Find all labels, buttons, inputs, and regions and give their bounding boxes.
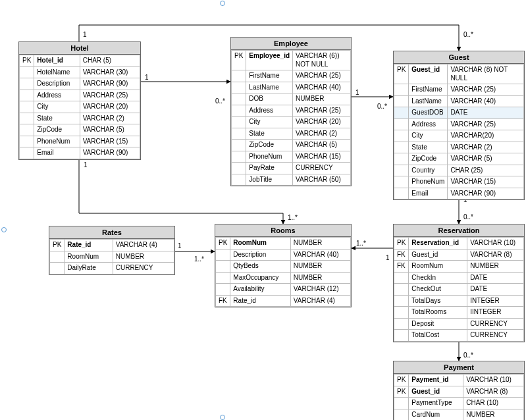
attr-name: ZipCode	[409, 153, 448, 165]
attr-type: IINTEGER	[467, 307, 524, 319]
attr-key	[232, 93, 246, 105]
attr-type: VARCHAR (90)	[80, 147, 140, 159]
attr-type: NUMBER	[290, 261, 350, 273]
attr-row: PKPayment_idVARCHAR (10)	[394, 375, 524, 386]
entity-attrs: PKHotel_idCHAR (5)HotelNameVARCHAR (30)D…	[19, 55, 140, 159]
attr-name: City	[246, 117, 293, 128]
attr-type: VARCHAR (15)	[80, 136, 140, 147]
entity-rooms[interactable]: Rooms PKRoomNumNUMBERDescriptionVARCHAR …	[215, 224, 352, 307]
attr-type: CURRENCY	[467, 318, 524, 330]
attr-name: Guest_id	[409, 249, 467, 261]
attr-type: CURRENCY	[293, 163, 351, 174]
attr-key	[394, 107, 409, 119]
attr-type: VARCHAR (40)	[448, 95, 524, 107]
cardinality-label: 1..*	[356, 240, 366, 247]
attr-name: FirstName	[409, 84, 448, 96]
entity-title: Employee	[231, 38, 351, 50]
attr-type: VARCHAR (6)) NOT NULL	[293, 51, 351, 70]
attr-type: VARCHAR (25)	[80, 90, 140, 101]
attr-name: State	[246, 128, 293, 140]
attr-key	[50, 251, 65, 263]
attr-name: Employee_id	[246, 51, 293, 70]
entity-attrs: PKPayment_idVARCHAR (10)PKGuest_idVARCHA…	[394, 374, 524, 420]
attr-key	[232, 163, 246, 174]
attr-row: RoomNumNUMBER	[50, 251, 174, 263]
attr-key	[20, 78, 34, 90]
attr-row: QtyBedsNUMBER	[216, 261, 351, 273]
attr-name: City	[409, 130, 448, 142]
page-handle-bottom[interactable]	[220, 415, 225, 420]
cardinality-label: 1	[178, 242, 182, 249]
attr-name: PhoneNum	[246, 151, 293, 163]
attr-row: GuestDOBDATE	[394, 107, 524, 119]
attr-key	[20, 136, 34, 147]
attr-row: CheckInDATE	[394, 272, 524, 284]
attr-name: LastName	[409, 95, 448, 107]
attr-name: ZipCode	[34, 124, 80, 136]
attr-type: VARCHAR (2)	[448, 142, 524, 153]
attr-row: CityVARCHAR (20)	[232, 117, 351, 128]
attr-row: PKEmployee_idVARCHAR (6)) NOT NULL	[232, 51, 351, 70]
attr-row: LastNameVARCHAR (40)	[394, 95, 524, 107]
page-handle-top[interactable]	[220, 1, 225, 6]
attr-name: Rate_id	[230, 295, 290, 307]
attr-key: PK	[20, 55, 34, 67]
attr-type: DATE	[467, 284, 524, 296]
attr-key	[394, 153, 409, 165]
attr-type: VARCHAR (8)	[467, 249, 524, 261]
attr-name: LastName	[246, 82, 293, 93]
attr-row: DOBNUMBER	[232, 93, 351, 105]
attr-name: PhoneNum	[409, 176, 448, 188]
attr-key	[394, 95, 409, 107]
attr-key	[394, 176, 409, 188]
attr-name: DailyRate	[65, 263, 113, 275]
attr-key: PK	[394, 65, 409, 84]
attr-name: Description	[230, 249, 290, 261]
attr-type: VARCHAR (10)	[463, 375, 524, 386]
attr-name: Payment_id	[409, 375, 463, 386]
entity-payment[interactable]: Payment PKPayment_idVARCHAR (10)PKGuest_…	[393, 361, 525, 420]
attr-row: PKRoomNumNUMBER	[216, 238, 351, 249]
attr-type: VARCHAR (40)	[290, 249, 350, 261]
attr-key	[394, 284, 409, 296]
attr-name: CheckOut	[409, 284, 467, 296]
attr-row: StateVARCHAR (2)	[232, 128, 351, 140]
attr-type: CHAR (10)	[463, 398, 524, 409]
attr-key	[216, 249, 230, 261]
attr-row: DescriptionVARCHAR (40)	[216, 249, 351, 261]
cardinality-label: 0..*	[377, 103, 387, 110]
attr-key	[394, 318, 409, 330]
attr-type: NUMBER	[463, 409, 524, 420]
attr-row: FKGuest_idVARCHAR (8)	[394, 249, 524, 261]
entity-attrs: PKRoomNumNUMBERDescriptionVARCHAR (40)Qt…	[215, 237, 351, 307]
er-diagram-canvas: 1 0..* 1 0..* 1 0..* 1 1..* 1 1..* 1..* …	[0, 0, 526, 420]
cardinality-label: 0..*	[463, 31, 473, 38]
attr-row: FirstNameVARCHAR (25)	[232, 70, 351, 82]
entity-guest[interactable]: Guest PKGuest_idVARCHAR (8) NOT NULLFirs…	[393, 51, 525, 200]
attr-key	[232, 82, 246, 93]
attr-name: Address	[246, 105, 293, 117]
attr-type: VARCHAR (40)	[293, 82, 351, 93]
attr-name: Address	[409, 118, 448, 130]
attr-key: PK	[394, 375, 409, 386]
attr-key	[50, 263, 65, 275]
attr-row: StateVARCHAR (2)	[20, 113, 140, 124]
entity-reservation[interactable]: Reservation PKReservation_idVARCHAR (10)…	[393, 224, 525, 342]
entity-title: Payment	[394, 361, 524, 374]
attr-name: Guest_id	[409, 65, 448, 84]
attr-type: VARCHAR (30)	[80, 66, 140, 78]
attr-key	[394, 307, 409, 319]
entity-employee[interactable]: Employee PKEmployee_idVARCHAR (6)) NOT N…	[230, 37, 352, 186]
attr-key	[394, 118, 409, 130]
entity-hotel[interactable]: Hotel PKHotel_idCHAR (5)HotelNameVARCHAR…	[18, 41, 141, 160]
page-handle-left[interactable]	[1, 227, 7, 232]
attr-row: CityVARCHAR(20)	[394, 130, 524, 142]
attr-name: GuestDOB	[409, 107, 448, 119]
entity-attrs: PKGuest_idVARCHAR (8) NOT NULLFirstNameV…	[394, 64, 524, 199]
entity-rates[interactable]: Rates PKRate_idVARCHAR (4)RoomNumNUMBERD…	[49, 226, 175, 275]
attr-key	[20, 147, 34, 159]
entity-attrs: PKEmployee_idVARCHAR (6)) NOT NULLFirstN…	[231, 50, 351, 186]
attr-type: CURRENCY	[467, 330, 524, 342]
attr-row: MaxOccupancyNUMBER	[216, 272, 351, 284]
attr-row: CardNumNUMBER	[394, 409, 524, 420]
